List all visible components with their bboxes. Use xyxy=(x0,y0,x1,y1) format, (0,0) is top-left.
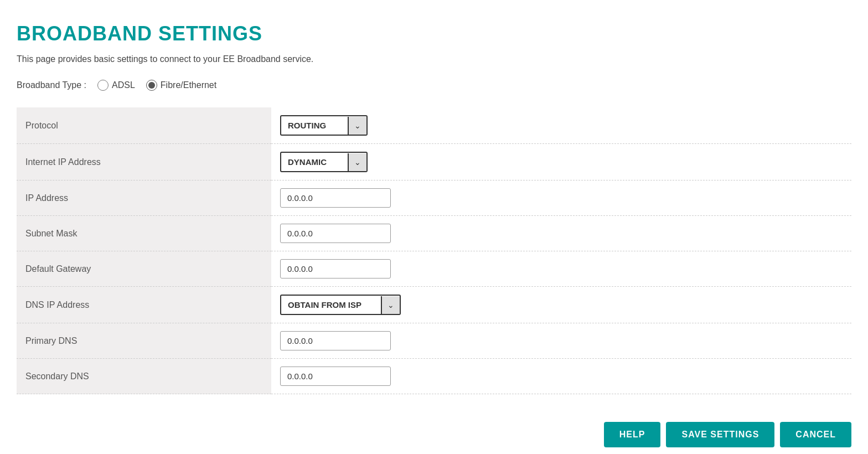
ip-address-cell xyxy=(271,180,851,216)
default-gateway-label: Default Gateway xyxy=(17,251,271,287)
secondary-dns-input[interactable] xyxy=(280,367,391,386)
radio-adsl-label: ADSL xyxy=(112,80,135,90)
primary-dns-label: Primary DNS xyxy=(17,323,271,359)
table-row: Primary DNS xyxy=(17,323,851,359)
primary-dns-input[interactable] xyxy=(280,331,391,350)
primary-dns-cell xyxy=(271,323,851,359)
subnet-mask-input[interactable] xyxy=(280,224,391,243)
table-row: Secondary DNS xyxy=(17,359,851,394)
dns-ip-select-wrapper[interactable]: OBTAIN FROM ISP MANUAL ⌄ xyxy=(280,295,401,315)
ip-address-input[interactable] xyxy=(280,188,391,208)
radio-fibre[interactable] xyxy=(146,80,157,91)
subnet-mask-label: Subnet Mask xyxy=(17,216,271,251)
internet-ip-chevron-icon: ⌄ xyxy=(348,153,366,171)
default-gateway-input[interactable] xyxy=(280,259,391,278)
table-row: Default Gateway xyxy=(17,251,851,287)
dns-ip-chevron-icon: ⌄ xyxy=(381,296,400,314)
protocol-label: Protocol xyxy=(17,107,271,144)
broadband-type-radio-group: ADSL Fibre/Ethernet xyxy=(97,80,216,91)
subnet-mask-cell xyxy=(271,216,851,251)
table-row: Internet IP Address DYNAMIC STATIC ⌄ xyxy=(17,144,851,180)
internet-ip-label: Internet IP Address xyxy=(17,144,271,180)
broadband-type-row: Broadband Type : ADSL Fibre/Ethernet xyxy=(17,80,851,91)
broadband-type-label: Broadband Type : xyxy=(17,80,86,90)
dns-ip-label: DNS IP Address xyxy=(17,287,271,323)
radio-option-fibre[interactable]: Fibre/Ethernet xyxy=(146,80,216,91)
cancel-button[interactable]: CANCEL xyxy=(780,422,851,447)
radio-fibre-label: Fibre/Ethernet xyxy=(161,80,216,90)
table-row: Protocol ROUTING BRIDGING ⌄ xyxy=(17,107,851,144)
page-description: This page provides basic settings to con… xyxy=(17,54,851,64)
default-gateway-cell xyxy=(271,251,851,287)
footer-buttons: HELP SAVE SETTINGS CANCEL xyxy=(17,416,851,447)
dns-ip-select[interactable]: OBTAIN FROM ISP MANUAL xyxy=(281,296,381,314)
page-title: BROADBAND SETTINGS xyxy=(17,22,851,45)
secondary-dns-cell xyxy=(271,359,851,394)
secondary-dns-label: Secondary DNS xyxy=(17,359,271,394)
dns-ip-cell: OBTAIN FROM ISP MANUAL ⌄ xyxy=(271,287,851,323)
internet-ip-select[interactable]: DYNAMIC STATIC xyxy=(281,153,348,171)
radio-option-adsl[interactable]: ADSL xyxy=(97,80,135,91)
internet-ip-select-wrapper[interactable]: DYNAMIC STATIC ⌄ xyxy=(280,152,368,172)
ip-address-label: IP Address xyxy=(17,180,271,216)
protocol-cell: ROUTING BRIDGING ⌄ xyxy=(271,107,851,144)
table-row: DNS IP Address OBTAIN FROM ISP MANUAL ⌄ xyxy=(17,287,851,323)
protocol-select[interactable]: ROUTING BRIDGING xyxy=(281,116,348,135)
settings-table: Protocol ROUTING BRIDGING ⌄ Internet IP … xyxy=(17,107,851,394)
table-row: Subnet Mask xyxy=(17,216,851,251)
radio-adsl[interactable] xyxy=(97,80,108,91)
save-settings-button[interactable]: SAVE SETTINGS xyxy=(666,422,774,447)
table-row: IP Address xyxy=(17,180,851,216)
protocol-select-wrapper[interactable]: ROUTING BRIDGING ⌄ xyxy=(280,115,368,136)
protocol-chevron-icon: ⌄ xyxy=(348,117,366,135)
internet-ip-cell: DYNAMIC STATIC ⌄ xyxy=(271,144,851,180)
help-button[interactable]: HELP xyxy=(604,422,661,447)
